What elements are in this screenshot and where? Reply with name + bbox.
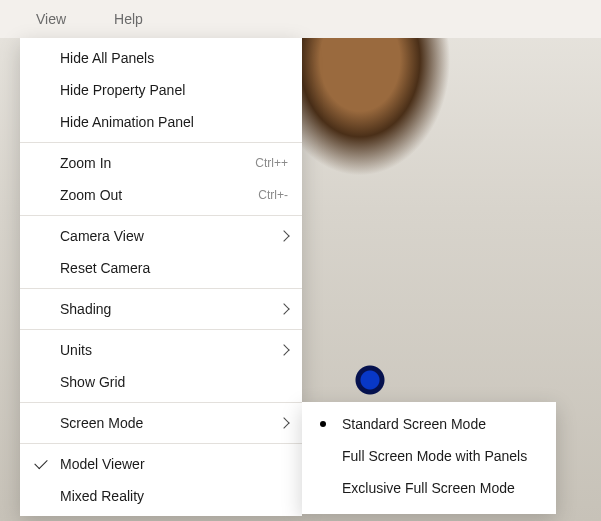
submenu-item-exclusive-full-screen[interactable]: Exclusive Full Screen Mode — [302, 472, 556, 504]
menu-item-shading[interactable]: Shading — [20, 293, 302, 325]
menu-item-model-viewer[interactable]: Model Viewer — [20, 448, 302, 480]
menu-item-label: Zoom Out — [60, 187, 258, 203]
menu-item-camera-view[interactable]: Camera View — [20, 220, 302, 252]
menu-item-label: Shading — [60, 301, 280, 317]
menu-item-zoom-out[interactable]: Zoom Out Ctrl+- — [20, 179, 302, 211]
menu-item-zoom-in[interactable]: Zoom In Ctrl++ — [20, 147, 302, 179]
menu-item-label: Units — [60, 342, 280, 358]
menu-item-units[interactable]: Units — [20, 334, 302, 366]
screen-mode-submenu: Standard Screen Mode Full Screen Mode wi… — [302, 402, 556, 514]
menu-item-label: Hide Animation Panel — [60, 114, 288, 130]
menu-item-show-grid[interactable]: Show Grid — [20, 366, 302, 398]
radio-selected-icon — [320, 421, 326, 427]
check-icon — [34, 457, 48, 471]
menu-item-label: Zoom In — [60, 155, 255, 171]
menu-item-label: Screen Mode — [60, 415, 280, 431]
submenu-item-label: Standard Screen Mode — [342, 416, 542, 432]
menu-item-label: Reset Camera — [60, 260, 288, 276]
menu-item-label: Camera View — [60, 228, 280, 244]
menu-item-screen-mode[interactable]: Screen Mode — [20, 407, 302, 439]
menu-item-label: Show Grid — [60, 374, 288, 390]
submenu-item-label: Exclusive Full Screen Mode — [342, 480, 542, 496]
chevron-right-icon — [278, 303, 289, 314]
menu-item-label: Hide All Panels — [60, 50, 288, 66]
chevron-right-icon — [278, 417, 289, 428]
chevron-right-icon — [278, 230, 289, 241]
menu-item-mixed-reality[interactable]: Mixed Reality — [20, 480, 302, 512]
submenu-item-label: Full Screen Mode with Panels — [342, 448, 542, 464]
menu-item-label: Model Viewer — [60, 456, 288, 472]
menubar: View Help — [0, 0, 601, 38]
submenu-item-standard-screen-mode[interactable]: Standard Screen Mode — [302, 408, 556, 440]
menu-item-label: Hide Property Panel — [60, 82, 288, 98]
menu-item-shortcut: Ctrl+- — [258, 188, 288, 202]
menu-item-hide-all-panels[interactable]: Hide All Panels — [20, 42, 302, 74]
menu-item-reset-camera[interactable]: Reset Camera — [20, 252, 302, 284]
view-menu-dropdown: Hide All Panels Hide Property Panel Hide… — [20, 38, 302, 516]
menu-help[interactable]: Help — [114, 11, 143, 27]
chevron-right-icon — [278, 344, 289, 355]
menu-item-hide-animation-panel[interactable]: Hide Animation Panel — [20, 106, 302, 138]
submenu-item-full-screen-with-panels[interactable]: Full Screen Mode with Panels — [302, 440, 556, 472]
menu-view[interactable]: View — [36, 11, 66, 27]
menu-item-hide-property-panel[interactable]: Hide Property Panel — [20, 74, 302, 106]
menu-item-shortcut: Ctrl++ — [255, 156, 288, 170]
menu-item-label: Mixed Reality — [60, 488, 288, 504]
